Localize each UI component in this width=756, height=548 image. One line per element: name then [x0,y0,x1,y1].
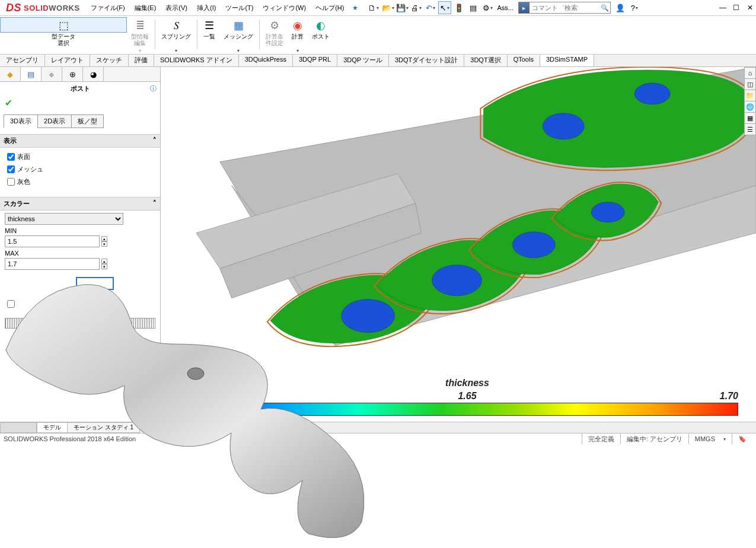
command-search[interactable]: ▸ 🔍 [518,2,611,14]
panel-tab-display[interactable]: ⊕ [62,67,83,81]
vt-home-icon[interactable]: ⌂ [744,67,756,79]
max-spin-up[interactable]: ▴ [101,259,107,264]
panel-tabs: ◆ ▤ ⟐ ⊕ ◕ [0,67,160,82]
open-icon[interactable]: 📂▾ [381,1,394,14]
list-button[interactable]: リスト表示 [46,365,115,378]
search-prefix-icon: ▸ [519,2,529,13]
tab-3dquickpress[interactable]: 3DQuickPress [239,55,293,66]
svg-point-5 [342,300,395,333]
ribbon-list[interactable]: ☰一覧 [199,17,219,55]
options-icon[interactable]: ⚙▾ [481,1,494,14]
subtab-2d[interactable]: 2D表示 [37,114,72,128]
print-icon[interactable]: 🖨▾ [410,1,423,14]
color-swatch[interactable] [76,277,114,290]
app-logo: DS SOLIDWORKS [0,2,86,14]
accept-button[interactable]: ✔ [0,95,160,111]
menu-tool[interactable]: ツール(T) [221,0,258,15]
tab-assembly[interactable]: アセンブリ [0,55,45,66]
color-scale: thickness 1.55 1.65 1.70 [196,391,738,415]
tab-evaluate[interactable]: 評価 [129,55,154,66]
tab-3dqp-tool[interactable]: 3DQP ツール [337,55,389,66]
viewport-toolbar: ⌂ ◫ 📁 🌐 ▦ ☰ [744,67,756,135]
status-units[interactable]: MMGS▾ [688,434,732,444]
panel-help-icon[interactable]: ⓘ [150,84,157,93]
animation-slider[interactable] [5,318,155,329]
menu-file[interactable]: ファイル(F) [86,0,130,15]
undo-icon[interactable]: ↶▾ [424,1,437,14]
tab-3dqt-select[interactable]: 3DQT選択 [464,55,507,66]
vt-view-icon[interactable]: ▦ [744,112,756,124]
svg-point-7 [512,232,555,258]
vt-open-icon[interactable]: 📁 [744,90,756,101]
bottom-handle[interactable] [0,422,37,433]
vt-iso-icon[interactable]: ◫ [744,78,756,90]
close-button[interactable]: ✕ [745,4,755,12]
min-input[interactable] [5,235,100,247]
ribbon-select-data[interactable]: ⬚型データ 選択 [0,17,127,33]
star-icon[interactable]: ★ [352,4,358,12]
statusbar: SOLIDWORKS Professional 2018 x64 Edition… [0,433,756,444]
ribbon-edit-info[interactable]: ≣型情報 編集▾ [127,17,153,55]
search-icon[interactable]: 🔍 [599,4,610,12]
minimize-button[interactable]: — [718,4,728,12]
maximize-button[interactable]: ☐ [732,4,741,12]
max-spin-down[interactable]: ▾ [101,264,107,269]
new-icon[interactable]: 🗋▾ [367,1,380,14]
scale-tick: 1.55 [196,391,215,402]
save-icon[interactable]: 💾▾ [395,1,409,14]
tab-addins[interactable]: SOLIDWORKS アドイン [154,55,239,66]
ribbon-calc-settings[interactable]: ⚙計算条 件設定 [261,17,288,55]
tab-sketch[interactable]: スケッチ [90,55,129,66]
property-panel: ◆ ▤ ⟐ ⊕ ◕ ポスト ⓘ ✔ 3D表示 2D表示 板／型 表示˄ 表面 メ… [0,67,161,422]
menu-view[interactable]: 表示(V) [161,0,192,15]
subtab-3d[interactable]: 3D表示 [4,114,38,128]
tab-3dsimstamp[interactable]: 3DSimSTAMP [540,55,594,66]
scalar-select[interactable]: thickness [5,213,123,225]
section-scalar[interactable]: スカラー˄ [0,197,160,211]
min-spin-down[interactable]: ▾ [101,241,107,247]
bottom-tab-model[interactable]: モデル [37,422,68,433]
panel-tab-config[interactable]: ⟐ [42,67,62,81]
check-gray[interactable]: 灰色 [5,176,155,187]
ribbon-post[interactable]: ◐ポスト [308,17,334,55]
vt-globe-icon[interactable]: 🌐 [744,101,756,113]
command-tabstrip: アセンブリ レイアウト スケッチ 評価 SOLIDWORKS アドイン 3DQu… [0,55,756,67]
vt-list-icon[interactable]: ☰ [744,123,756,135]
min-spin-up[interactable]: ▴ [101,236,107,241]
ribbon-calculate[interactable]: ◉計算▾ [288,17,308,55]
max-input[interactable] [5,258,100,270]
3d-viewport[interactable]: thickness 1.55 1.65 1.70 ⌂ ◫ 📁 🌐 ▦ ☰ [161,67,756,422]
tab-qtools[interactable]: QTools [508,55,540,66]
panel-tab-appearance[interactable]: ◕ [83,67,104,81]
check-surface[interactable]: 表面 [5,151,155,163]
status-tag-icon[interactable]: 🔖 [732,434,752,444]
check-mesh[interactable]: メッシュ [5,164,155,175]
render-canvas [161,67,756,421]
main-area: ◆ ▤ ⟐ ⊕ ◕ ポスト ⓘ ✔ 3D表示 2D表示 板／型 表示˄ 表面 メ… [0,67,756,422]
menu-insert[interactable]: 挿入(I) [192,0,221,15]
tab-3dqp-prl[interactable]: 3DQP PRL [293,55,337,66]
traffic-icon[interactable]: 🚦 [452,1,465,14]
tab-dieset[interactable]: 3DQTダイセット設計 [389,55,464,66]
panel-tab-property[interactable]: ▤ [21,67,42,81]
status-defined: 完全定義 [582,434,620,444]
subtab-plate[interactable]: 板／型 [71,114,104,128]
user-icon[interactable]: 👤 [614,1,627,14]
tab-layout[interactable]: レイアウト [45,55,90,66]
help-icon[interactable]: ?▾ [628,1,641,14]
status-edition: SOLIDWORKS Professional 2018 x64 Edition [4,435,136,442]
menu-edit[interactable]: 編集(E) [130,0,161,15]
ribbon-spring[interactable]: 𝑆スプリング▾ [157,17,195,55]
cursor-icon[interactable]: ↖▾ [438,1,451,14]
search-input[interactable] [529,4,599,11]
panel-tab-feature[interactable]: ◆ [0,67,21,81]
props-icon[interactable]: ▤ [467,1,480,14]
ribbon-meshing[interactable]: ▦メッシング▾ [219,17,257,55]
check-unknown[interactable] [5,298,155,310]
bottom-tab-motion[interactable]: モーション スタディ 1 [67,422,140,433]
menu-help[interactable]: ヘルプ(H) [311,0,349,15]
section-display[interactable]: 表示˄ [0,134,160,148]
apply-button[interactable]: 適用 [55,339,105,353]
menu-window[interactable]: ウィンドウ(W) [258,0,311,15]
svg-point-9 [543,113,584,139]
